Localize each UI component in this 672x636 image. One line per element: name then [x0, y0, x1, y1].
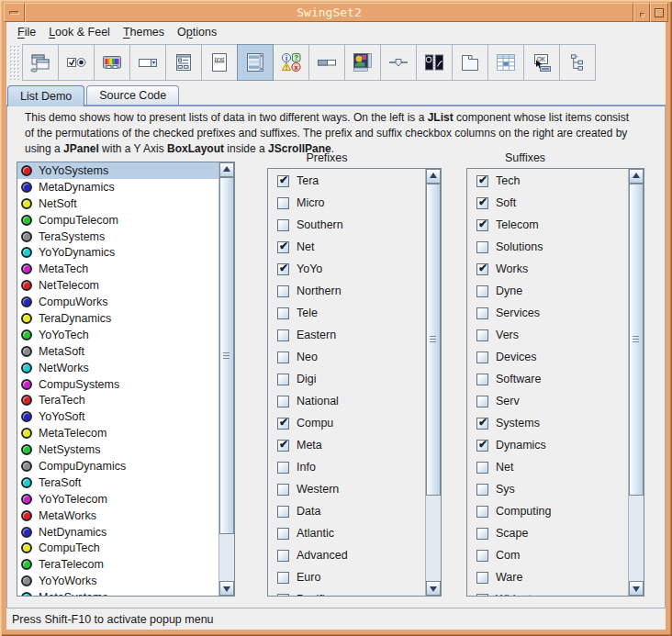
scrollbar-thumb[interactable]	[219, 177, 234, 534]
scroll-up-arrow-icon[interactable]	[426, 169, 441, 184]
checkbox[interactable]	[277, 241, 289, 253]
checkbox[interactable]	[277, 462, 289, 474]
checkbox[interactable]	[277, 219, 289, 231]
checkbox[interactable]	[277, 440, 289, 452]
list-item[interactable]: TeraDynamics	[17, 310, 218, 327]
checkbox[interactable]	[476, 197, 488, 209]
toolbar-button-list-demo[interactable]	[237, 44, 274, 81]
menu-item-options[interactable]: Options	[171, 24, 223, 40]
tab-list-demo[interactable]: List Demo	[7, 85, 84, 106]
list-item[interactable]: TeraTelecom	[17, 556, 218, 573]
checkbox[interactable]	[476, 329, 488, 341]
list-item[interactable]: MetaDynamics	[17, 179, 218, 195]
list-item[interactable]: MetaSoft	[17, 343, 218, 360]
checkbox[interactable]	[476, 396, 488, 407]
checkbox[interactable]	[277, 351, 289, 363]
checkbox[interactable]	[476, 307, 488, 319]
vertical-scrollbar[interactable]	[425, 169, 441, 596]
checkbox[interactable]	[476, 351, 488, 363]
toolbar-button-splitpane-demo[interactable]	[416, 44, 453, 81]
list-item[interactable]: MetaTech	[17, 261, 218, 277]
toolbar-button-filechooser-demo[interactable]	[165, 44, 202, 81]
list-item[interactable]: NetDynamics	[17, 524, 218, 541]
checkbox[interactable]	[476, 484, 488, 496]
toolbar-button-tabbedpane-demo[interactable]	[452, 44, 488, 81]
toolbar-button-tree-demo[interactable]	[559, 44, 596, 81]
list-item[interactable]: NetTelecom	[17, 277, 218, 294]
scrollbar-thumb[interactable]	[426, 184, 441, 496]
checkbox[interactable]	[476, 418, 488, 430]
list-item[interactable]: YoYoTech	[17, 327, 218, 343]
toolbar-button-scrollpane-demo[interactable]	[344, 44, 381, 81]
toolbar-button-internal-frame-demo[interactable]	[22, 44, 59, 81]
checkbox[interactable]	[476, 440, 488, 452]
toolbar-button-button-demo[interactable]	[58, 44, 95, 81]
scroll-down-arrow-icon[interactable]	[426, 581, 441, 596]
toolbar-button-html-demo[interactable]: text	[201, 44, 238, 81]
checkbox[interactable]	[476, 285, 488, 297]
scrollbar-thumb[interactable]	[629, 184, 644, 496]
vertical-scrollbar[interactable]	[218, 162, 234, 596]
list-item[interactable]: TeraTech	[17, 392, 218, 408]
checkbox[interactable]	[476, 241, 488, 253]
checkbox[interactable]	[277, 197, 289, 209]
checkbox[interactable]	[277, 396, 289, 407]
checkbox[interactable]	[277, 175, 289, 187]
list-item[interactable]: YoYoSystems	[17, 162, 218, 179]
toolbar-button-optionpane-demo[interactable]: i?!x	[273, 44, 309, 81]
checkbox[interactable]	[476, 594, 488, 597]
checkbox[interactable]	[476, 263, 488, 275]
list-item[interactable]: CompuSystems	[17, 376, 218, 393]
checkbox[interactable]	[277, 374, 289, 385]
scroll-down-arrow-icon[interactable]	[629, 581, 644, 596]
scroll-up-arrow-icon[interactable]	[219, 162, 234, 177]
checkbox[interactable]	[476, 550, 488, 562]
list-item[interactable]: CompuTelecom	[17, 212, 218, 229]
checkbox[interactable]	[277, 506, 289, 518]
list-item[interactable]: MetaTelecom	[17, 425, 218, 441]
list-item[interactable]: CompuWorks	[17, 294, 218, 310]
toolbar-drag-grip-icon[interactable]	[9, 45, 19, 80]
scroll-up-arrow-icon[interactable]	[629, 169, 644, 184]
checkbox[interactable]	[476, 572, 488, 584]
iconify-button[interactable]	[633, 3, 650, 22]
list-item[interactable]: MetaSystems	[17, 589, 218, 596]
checkbox[interactable]	[277, 285, 289, 297]
list-item[interactable]: YoYoWorks	[17, 573, 218, 589]
list-item[interactable]: MetaWorks	[17, 508, 218, 524]
list-item[interactable]: CompuDynamics	[17, 458, 218, 474]
vertical-scrollbar[interactable]	[628, 169, 644, 596]
checkbox[interactable]	[476, 506, 488, 518]
list-item[interactable]: NetSystems	[17, 441, 218, 458]
scroll-down-arrow-icon[interactable]	[219, 581, 234, 596]
list-item[interactable]: CompuTech	[17, 540, 218, 556]
checkbox[interactable]	[277, 329, 289, 341]
checkbox[interactable]	[277, 594, 289, 597]
checkbox[interactable]	[277, 550, 289, 562]
toolbar-button-colorchooser-demo[interactable]	[94, 44, 130, 81]
menu-item-themes[interactable]: Themes	[117, 24, 171, 40]
list-item[interactable]: YoYoDynamics	[17, 244, 218, 261]
toolbar-button-tooltip-demo[interactable]: OK	[523, 44, 560, 81]
toolbar-button-table-demo[interactable]	[487, 44, 524, 81]
checkbox[interactable]	[277, 307, 289, 319]
list-item[interactable]: NetWorks	[17, 360, 218, 376]
list-item[interactable]: TeraSystems	[17, 229, 218, 245]
list-item[interactable]: YoYoSoft	[17, 408, 218, 425]
menu-item-look-feel[interactable]: Look & Feel	[42, 24, 117, 40]
checkbox[interactable]	[476, 462, 488, 474]
toolbar-button-slider-demo[interactable]	[380, 44, 417, 81]
tab-source-code[interactable]: Source Code	[86, 85, 179, 105]
checkbox[interactable]	[277, 263, 289, 275]
list-item[interactable]: NetSoft	[17, 195, 218, 212]
menu-item-file[interactable]: File	[11, 24, 42, 40]
checkbox[interactable]	[277, 418, 289, 430]
toolbar-button-combobox-demo[interactable]	[129, 44, 166, 81]
list-item[interactable]: YoYoTelecom	[17, 491, 218, 508]
checkbox[interactable]	[476, 175, 488, 187]
checkbox[interactable]	[277, 528, 289, 540]
checkbox[interactable]	[476, 528, 488, 540]
window-menu-button[interactable]	[4, 3, 25, 22]
checkbox[interactable]	[476, 374, 488, 385]
checkbox[interactable]	[476, 219, 488, 231]
